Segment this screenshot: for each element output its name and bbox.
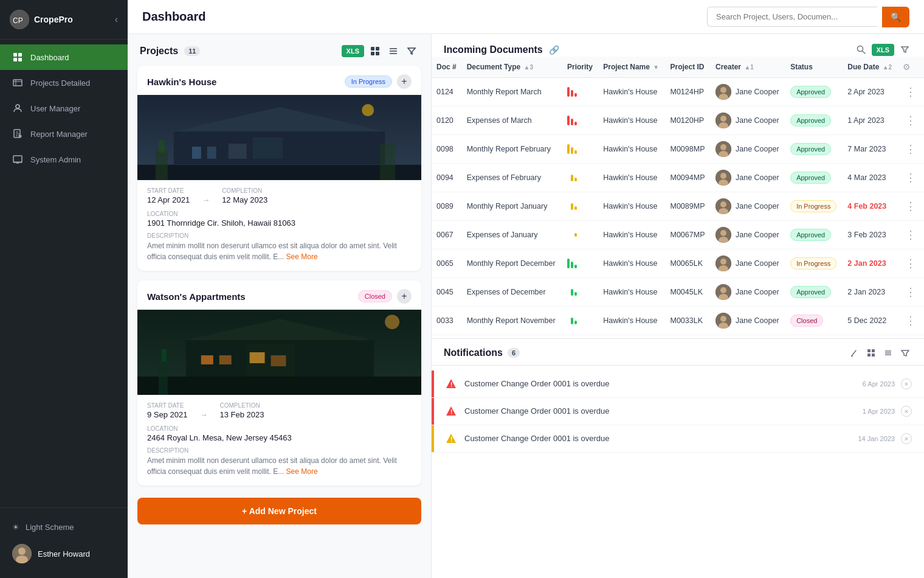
export-docs-excel-button[interactable]: XLS	[872, 44, 894, 56]
col-due-date[interactable]: Due Date ▲2	[843, 57, 898, 78]
description-value: Amet minim mollit non deserunt ullamco e…	[147, 240, 412, 262]
notif-close-button[interactable]: ×	[901, 406, 912, 417]
project-add-button[interactable]: +	[397, 74, 412, 89]
page-title: Dashboard	[142, 10, 205, 24]
dashboard-icon	[12, 52, 23, 63]
user-profile[interactable]: Esther Howard	[12, 539, 116, 568]
sidebar-item-user-manager[interactable]: User Manager	[0, 96, 128, 121]
sidebar-collapse-icon[interactable]: ‹	[115, 14, 118, 25]
cell-project-id: M0089MP	[666, 192, 711, 221]
sidebar-item-system-admin[interactable]: System Admin	[0, 147, 128, 172]
search-button[interactable]: 🔍	[882, 7, 909, 27]
svg-point-83	[720, 316, 726, 322]
incoming-docs-title: Incoming Documents	[444, 44, 543, 55]
cell-due-date: 2 Jan 2023	[843, 278, 898, 307]
search-input[interactable]	[707, 7, 877, 27]
cell-due-date: 2 Apr 2023	[843, 78, 898, 106]
creator-name: Jane Cooper	[736, 202, 779, 211]
col-doc-type[interactable]: Decument Type ▲3	[462, 57, 562, 78]
filter-projects-button[interactable]	[404, 44, 419, 58]
location-value: 1901 Thornridge Cir. Shiloh, Hawaii 8106…	[147, 218, 412, 228]
creator-name: Jane Cooper	[736, 231, 779, 239]
cell-priority	[562, 221, 598, 249]
filter-docs-button[interactable]	[898, 43, 912, 57]
start-date-label-w: Start Date	[147, 402, 188, 409]
sidebar-item-projects-detailed[interactable]: Projects Detailed	[0, 70, 128, 96]
creator-name: Jane Cooper	[736, 145, 779, 153]
export-excel-button[interactable]: XLS	[342, 45, 364, 57]
cell-project-id: M0120HP	[666, 106, 711, 135]
row-more-button[interactable]: ⋮	[903, 141, 919, 157]
row-more-button[interactable]: ⋮	[903, 170, 919, 186]
svg-point-59	[720, 87, 726, 93]
notifications-actions	[847, 346, 912, 360]
creator-name: Jane Cooper	[736, 316, 779, 325]
sidebar-item-report-manager[interactable]: Report Manager	[0, 121, 128, 147]
row-more-button[interactable]: ⋮	[903, 313, 919, 329]
grid-icon	[370, 46, 380, 56]
creator-avatar	[715, 141, 731, 157]
notif-clear-button[interactable]	[847, 346, 861, 360]
due-date-value: 7 Mar 2023	[847, 145, 886, 153]
row-more-button[interactable]: ⋮	[903, 84, 919, 100]
see-more-link-w[interactable]: See More	[286, 467, 318, 476]
svg-text:CP: CP	[13, 16, 23, 25]
row-more-button[interactable]: ⋮	[903, 113, 919, 128]
location-label: Location	[147, 211, 412, 217]
svg-rect-6	[13, 80, 22, 86]
project-card-header-watsons: Watson's Appartments Closed +	[137, 280, 421, 310]
due-date-value: 4 Mar 2023	[847, 173, 886, 182]
svg-point-9	[16, 105, 19, 108]
see-more-link[interactable]: See More	[286, 252, 318, 261]
cell-doc-type: Monthly Report January	[462, 192, 562, 221]
sidebar-item-dashboard[interactable]: Dashboard	[0, 44, 128, 70]
description-group: Description Amet minim mollit non deseru…	[147, 232, 412, 262]
svg-rect-50	[250, 352, 265, 363]
date-arrow-icon: →	[202, 195, 210, 204]
table-row: 0094 Expenses of February Hawkin's House…	[432, 164, 924, 192]
row-more-button[interactable]: ⋮	[903, 284, 919, 300]
notif-text: Customer Change Order 0001 is overdue	[464, 406, 857, 416]
svg-rect-53	[137, 377, 421, 395]
completion-group: Completion 12 May 2023	[222, 187, 267, 204]
svg-rect-22	[376, 47, 379, 50]
report-icon	[12, 128, 23, 139]
notifications-section: Notifications 6	[432, 339, 924, 578]
cell-creator: Jane Cooper	[711, 164, 785, 192]
notif-grid-button[interactable]	[864, 346, 878, 360]
svg-rect-55	[162, 349, 167, 361]
table-row: 0098 Monthly Report February Hawkin's Ho…	[432, 135, 924, 164]
svg-point-77	[720, 259, 726, 265]
col-creator[interactable]: Creater ▲1	[711, 57, 785, 78]
cell-doc-type: Monthly Report February	[462, 135, 562, 164]
svg-rect-24	[376, 52, 379, 55]
row-more-button[interactable]: ⋮	[903, 198, 919, 214]
notif-filter-button[interactable]	[898, 346, 912, 360]
cell-status: In Progress	[785, 249, 843, 278]
table-row: 0124 Monthly Report March Hawkin's House…	[432, 78, 924, 106]
project-card-watsons: Watson's Appartments Closed +	[137, 280, 421, 486]
projects-count: 11	[184, 46, 200, 56]
project-add-button-watsons[interactable]: +	[397, 289, 412, 304]
svg-point-80	[720, 287, 726, 293]
table-settings-button[interactable]: ⚙	[903, 62, 911, 72]
row-more-button[interactable]: ⋮	[903, 227, 919, 243]
list-view-button[interactable]	[386, 44, 401, 58]
cell-more: ⋮	[898, 278, 924, 307]
grid-view-button[interactable]	[368, 44, 382, 58]
cell-creator: Jane Cooper	[711, 278, 785, 307]
cell-status: Approved	[785, 78, 843, 106]
project-name-watsons: Watson's Appartments	[147, 291, 246, 302]
row-more-button[interactable]: ⋮	[903, 256, 919, 271]
table-row: 0065 Monthly Report December Hawkin's Ho…	[432, 249, 924, 278]
notif-close-button[interactable]: ×	[901, 433, 912, 444]
light-scheme-toggle[interactable]: ☀ Light Scheme	[12, 518, 116, 537]
project-card-hawkins-house: Hawkin's House In Progress +	[137, 66, 421, 271]
notif-close-button[interactable]: ×	[901, 378, 912, 389]
cell-project-id: M0033LK	[666, 307, 711, 335]
col-project-name[interactable]: Project Name ▼	[598, 57, 665, 78]
add-new-project-button[interactable]: + Add New Project	[137, 498, 421, 524]
notif-list-button[interactable]	[881, 346, 895, 360]
search-docs-button[interactable]	[854, 43, 868, 57]
svg-point-19	[18, 548, 26, 555]
